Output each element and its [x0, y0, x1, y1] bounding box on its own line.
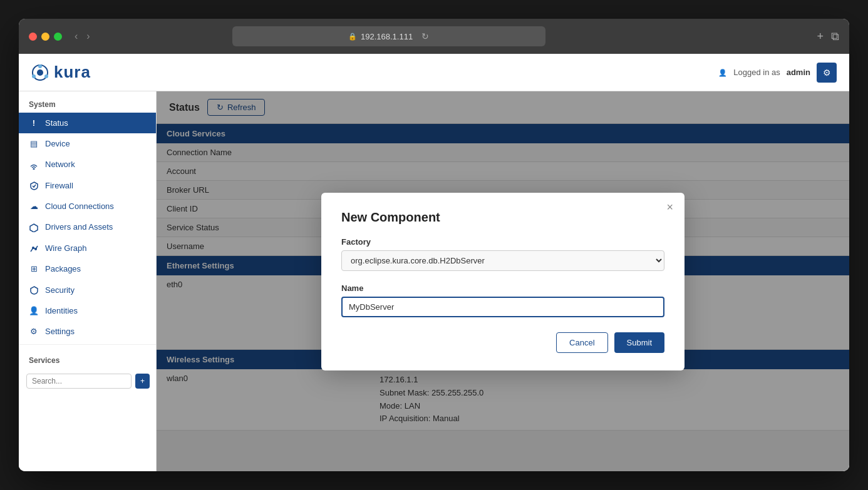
name-input[interactable] — [341, 297, 664, 317]
device-icon: ▤ — [29, 139, 39, 148]
sidebar-item-drivers-and-assets[interactable]: Drivers and Assets — [19, 217, 156, 238]
close-traffic-light[interactable] — [29, 33, 37, 41]
header-right: Logged in as admin ⚙ — [718, 63, 837, 83]
kura-logo-icon — [31, 64, 49, 81]
sidebar-item-label: Security — [45, 285, 75, 295]
name-label: Name — [341, 283, 664, 293]
sidebar-item-label: Wire Graph — [45, 243, 86, 253]
logo-text: kura — [54, 63, 91, 82]
services-section-label: Services — [19, 347, 156, 369]
browser-chrome: ‹ › 🔒 192.168.1.111 ↻ + ⧉ — [19, 19, 849, 54]
wire-graph-icon — [29, 243, 39, 253]
traffic-lights — [29, 33, 62, 41]
new-tab-button[interactable]: + — [817, 30, 824, 43]
ssl-lock-icon: 🔒 — [348, 33, 357, 41]
sidebar-item-label: Cloud Connections — [45, 202, 114, 211]
sidebar-item-label: Device — [45, 139, 70, 148]
admin-username: admin — [787, 68, 810, 77]
new-component-modal: New Component × Factory org.eclipse.kura… — [321, 193, 685, 370]
svg-point-4 — [44, 74, 48, 78]
url-display: 192.168.1.111 — [361, 32, 413, 41]
app-content: kura Logged in as admin ⚙ System Status … — [19, 54, 849, 471]
back-button[interactable]: ‹ — [72, 29, 80, 43]
logo-area: kura — [31, 63, 91, 82]
sidebar-item-label: Settings — [45, 327, 75, 336]
sidebar-item-network[interactable]: Network — [19, 154, 156, 175]
main-layout: System Status ▤ Device — [19, 91, 849, 471]
sidebar-item-settings[interactable]: ⚙ Settings — [19, 321, 156, 342]
svg-point-1 — [37, 69, 43, 76]
status-icon — [29, 118, 39, 128]
app-header: kura Logged in as admin ⚙ — [19, 54, 849, 91]
forward-button[interactable]: › — [84, 29, 92, 43]
minimize-traffic-light[interactable] — [41, 33, 49, 41]
modal-title: New Component — [341, 210, 664, 225]
factory-select[interactable]: org.eclipse.kura.core.db.H2DbServer org.… — [341, 250, 664, 271]
user-icon — [718, 68, 727, 77]
sidebar-item-label: Packages — [45, 264, 81, 273]
network-icon — [29, 160, 39, 170]
sidebar-item-firewall[interactable]: Firewall — [19, 175, 156, 197]
firewall-icon — [29, 181, 39, 191]
sidebar-item-status[interactable]: Status — [19, 113, 156, 133]
sidebar-item-label: Status — [45, 118, 68, 128]
svg-marker-6 — [30, 224, 38, 232]
browser-actions: + ⧉ — [817, 30, 839, 43]
sidebar-item-label: Network — [45, 160, 75, 169]
sidebar: System Status ▤ Device — [19, 91, 157, 471]
sidebar-item-label: Drivers and Assets — [45, 222, 113, 232]
sidebar-item-wire-graph[interactable]: Wire Graph — [19, 238, 156, 259]
cloud-connections-icon: ☁ — [29, 202, 39, 211]
security-icon — [29, 285, 39, 295]
svg-point-3 — [32, 74, 36, 78]
logged-in-label: Logged in as — [733, 68, 780, 77]
system-section-label: System — [19, 91, 156, 113]
svg-point-11 — [34, 248, 37, 250]
sidebar-item-label: Firewall — [45, 181, 73, 190]
factory-label: Factory — [341, 237, 664, 247]
settings-icon: ⚙ — [29, 327, 39, 336]
modal-actions: Cancel Submit — [341, 332, 664, 353]
nav-arrows: ‹ › — [72, 29, 93, 43]
sidebar-divider — [19, 344, 156, 345]
svg-point-5 — [33, 168, 35, 170]
cancel-button[interactable]: Cancel — [556, 332, 607, 353]
main-content: Status ↻ Refresh Cloud Services — [157, 91, 849, 471]
svg-point-2 — [38, 64, 42, 68]
maximize-traffic-light[interactable] — [54, 33, 62, 41]
submit-button[interactable]: Submit — [614, 332, 664, 353]
modal-backdrop: New Component × Factory org.eclipse.kura… — [157, 91, 849, 471]
services-search-button[interactable]: + — [135, 374, 150, 389]
packages-icon: ⊞ — [29, 264, 39, 273]
sidebar-item-label: Identities — [45, 306, 78, 315]
sidebar-item-cloud-connections[interactable]: ☁ Cloud Connections — [19, 196, 156, 217]
sidebar-item-packages[interactable]: ⊞ Packages — [19, 258, 156, 279]
address-bar[interactable]: 🔒 192.168.1.111 ↻ — [232, 26, 545, 46]
reload-icon[interactable]: ↻ — [421, 31, 429, 41]
sidebar-item-security[interactable]: Security — [19, 279, 156, 300]
factory-form-group: Factory org.eclipse.kura.core.db.H2DbSer… — [341, 237, 664, 271]
drivers-icon — [29, 222, 39, 232]
svg-point-10 — [32, 247, 34, 249]
services-search-area: + — [19, 369, 156, 394]
name-form-group: Name — [341, 283, 664, 317]
admin-settings-button[interactable]: ⚙ — [817, 63, 837, 83]
sidebar-item-identities[interactable]: 👤 Identities — [19, 300, 156, 321]
sidebar-item-device[interactable]: ▤ Device — [19, 133, 156, 154]
identities-icon: 👤 — [29, 306, 39, 315]
modal-close-button[interactable]: × — [666, 202, 673, 213]
services-search-input[interactable] — [26, 374, 132, 389]
tab-overview-button[interactable]: ⧉ — [831, 30, 839, 43]
